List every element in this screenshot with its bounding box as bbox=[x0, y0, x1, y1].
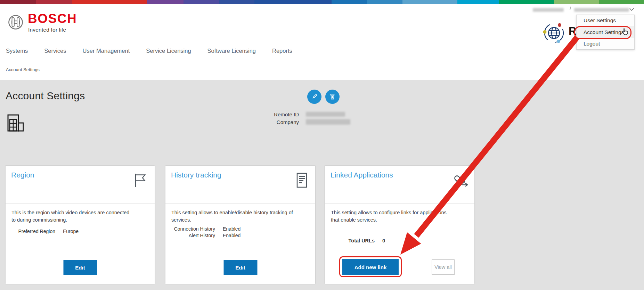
bosch-tagline: Invented for life bbox=[28, 27, 77, 33]
nav-item-user-management[interactable]: User Management bbox=[83, 48, 130, 54]
company-label: Company bbox=[259, 119, 299, 125]
brand-color-segment bbox=[499, 0, 554, 4]
building-icon bbox=[7, 114, 24, 132]
brand-color-segment bbox=[36, 0, 72, 4]
brand-color-bar bbox=[0, 0, 644, 4]
card-title: Region bbox=[11, 171, 34, 179]
nav-item-reports[interactable]: Reports bbox=[272, 48, 292, 54]
nav-item-service-licensing[interactable]: Service Licensing bbox=[146, 48, 191, 54]
brand-color-segment bbox=[367, 0, 402, 4]
account-id-block: Remote ID Company bbox=[259, 110, 350, 126]
brand-color-segment bbox=[332, 0, 367, 4]
redacted-user-name bbox=[574, 8, 629, 12]
trash-icon bbox=[328, 93, 336, 101]
document-icon bbox=[296, 172, 308, 188]
card-title: History tracking bbox=[171, 171, 221, 179]
brand-color-segment bbox=[599, 0, 644, 4]
brand-color-segment bbox=[0, 0, 36, 4]
row-value: Enabled bbox=[223, 232, 241, 239]
brand-color-segment bbox=[184, 0, 219, 4]
row-value: Enabled bbox=[223, 226, 241, 232]
breadcrumb-band: Account Settings bbox=[0, 59, 644, 80]
nav-item-software-licensing[interactable]: Software Licensing bbox=[207, 48, 256, 54]
main-content: Account Settings Remote ID Company bbox=[0, 80, 644, 290]
nav-item-services[interactable]: Services bbox=[44, 48, 66, 54]
card-history-tracking: History tracking This setting allows to … bbox=[165, 166, 315, 284]
bosch-logo[interactable]: BOSCH Invented for life bbox=[8, 12, 77, 33]
row-label: Total URLs bbox=[325, 238, 375, 244]
brand-color-segment bbox=[554, 0, 599, 4]
menu-item-logout[interactable]: Logout bbox=[577, 38, 634, 49]
card-region: Region This is the region which video de… bbox=[6, 166, 155, 284]
edit-account-circle-button[interactable] bbox=[307, 90, 321, 104]
card-description: This setting allows to enable/disable hi… bbox=[171, 209, 295, 224]
remote-id-value-redacted bbox=[306, 112, 345, 117]
view-all-button[interactable]: View all bbox=[432, 259, 455, 275]
card-description: This is the region which video devices a… bbox=[11, 209, 135, 224]
breadcrumb[interactable]: Account Settings bbox=[6, 67, 40, 72]
page-title: Account Settings bbox=[6, 90, 85, 102]
row-label: Alert History bbox=[165, 232, 215, 239]
edit-region-button[interactable]: Edit bbox=[63, 260, 97, 275]
row-label: Preferred Region bbox=[6, 228, 55, 235]
redacted-account-name bbox=[533, 8, 564, 12]
delete-account-circle-button[interactable] bbox=[325, 90, 340, 104]
remote-id-label: Remote ID bbox=[259, 111, 299, 117]
row-value: 0 bbox=[382, 238, 385, 244]
edit-history-tracking-button[interactable]: Edit bbox=[223, 260, 257, 275]
card-title: Linked Applications bbox=[331, 171, 393, 179]
company-value-redacted bbox=[306, 119, 350, 125]
annotation-box-add-new-link bbox=[339, 256, 402, 277]
row-value: Europe bbox=[63, 228, 79, 235]
bosch-logo-mark-icon bbox=[8, 14, 24, 30]
brand-color-segment bbox=[147, 0, 184, 4]
brand-color-segment bbox=[254, 0, 332, 4]
hand-cursor-icon bbox=[621, 27, 629, 37]
link-icon bbox=[451, 173, 470, 188]
chevron-down-icon[interactable] bbox=[629, 7, 634, 11]
globe-icon bbox=[542, 21, 566, 45]
flag-icon bbox=[133, 172, 147, 188]
menu-item-user-settings[interactable]: User Settings bbox=[577, 15, 634, 26]
bosch-wordmark: BOSCH bbox=[28, 12, 77, 25]
brand-color-segment bbox=[402, 0, 457, 4]
brand-color-segment bbox=[219, 0, 254, 4]
row-label: Connection History bbox=[165, 226, 215, 232]
card-description: This setting allows to configure links f… bbox=[331, 209, 454, 224]
pencil-icon bbox=[310, 93, 318, 101]
main-nav: Systems Services User Management Service… bbox=[6, 48, 292, 54]
nav-item-systems[interactable]: Systems bbox=[6, 48, 28, 54]
brand-color-segment bbox=[72, 0, 147, 4]
brand-color-segment bbox=[457, 0, 499, 4]
